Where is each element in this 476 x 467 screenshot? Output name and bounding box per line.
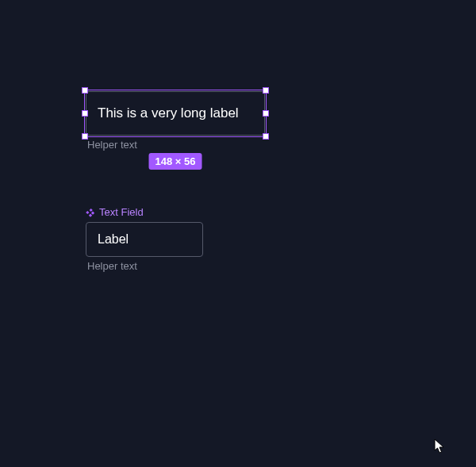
svg-rect-3 [89, 213, 92, 216]
text-field-label: This is a very long label [98, 105, 239, 121]
text-field-input[interactable]: This is a very long label [86, 91, 265, 136]
helper-text: Helper text [86, 139, 265, 151]
mouse-cursor-icon [434, 438, 447, 454]
text-field-component[interactable]: Text Field Label Helper text [86, 206, 205, 272]
svg-rect-1 [86, 210, 89, 213]
text-field-input[interactable]: Label [86, 222, 203, 257]
text-field-label: Label [98, 232, 129, 247]
selected-text-field-frame[interactable]: This is a very long label Helper text 14… [86, 91, 265, 151]
dimension-badge: 148 × 56 [149, 153, 202, 170]
svg-rect-2 [91, 211, 94, 214]
component-name-label: Text Field [86, 206, 205, 218]
component-icon [86, 208, 95, 217]
helper-text: Helper text [86, 260, 205, 272]
component-name-text: Text Field [99, 206, 144, 218]
svg-rect-0 [90, 208, 93, 211]
